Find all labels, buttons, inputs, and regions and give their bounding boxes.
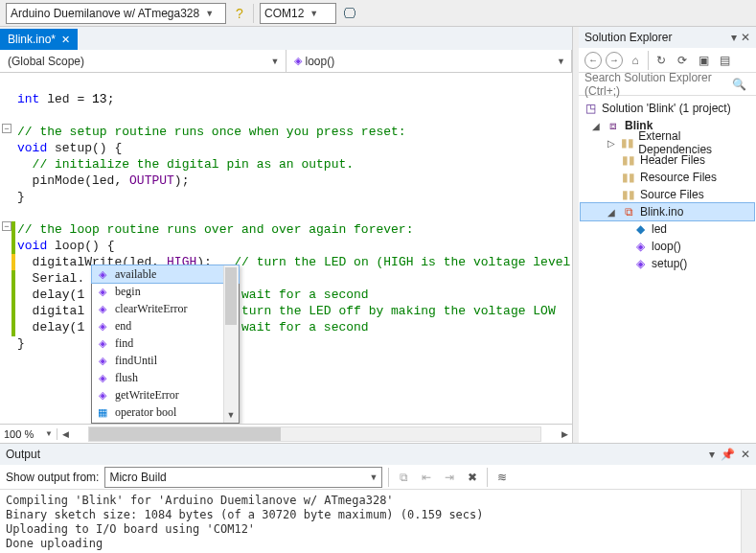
output-line: Compiling 'Blink' for 'Arduino Duemilano… xyxy=(6,494,394,507)
editor-status-bar: 100 % ▼ ◀ ▶ xyxy=(0,424,572,443)
code-token: ; xyxy=(107,92,115,106)
close-icon[interactable]: ✕ xyxy=(741,448,750,461)
ino-file-icon: ⧉ xyxy=(621,205,636,219)
intellisense-item[interactable]: ◈clearWriteError xyxy=(92,300,239,317)
close-icon[interactable]: ✕ xyxy=(61,34,70,46)
output-from-label: Show output from: xyxy=(6,471,99,484)
method-icon: ◈ xyxy=(96,372,109,384)
zoom-combo[interactable]: 100 % ▼ xyxy=(0,428,57,440)
intellisense-item[interactable]: ◈find xyxy=(92,334,239,352)
intellisense-label: end xyxy=(115,319,131,334)
expand-toggle[interactable]: ◢ xyxy=(590,121,602,131)
help-icon[interactable]: ? xyxy=(232,6,247,21)
intellisense-item[interactable]: ◈end xyxy=(92,317,239,334)
back-button[interactable]: ← xyxy=(584,52,602,69)
code-comment: // the setup routine runs once when you … xyxy=(17,125,406,139)
expand-toggle[interactable]: ◢ xyxy=(606,207,617,218)
forward-button[interactable]: → xyxy=(606,52,623,69)
method-icon: ◈ xyxy=(96,286,109,298)
tree-label: Blink.ino xyxy=(640,205,683,219)
code-token: delay(1 xyxy=(17,288,84,302)
intellisense-item[interactable]: ◈begin xyxy=(92,283,239,300)
folder-node[interactable]: ▷ ▮▮ External Dependencies xyxy=(581,134,754,151)
method-icon: ◈ xyxy=(632,240,648,253)
goto-previous-icon[interactable]: ⇤ xyxy=(418,469,435,486)
scroll-thumb[interactable] xyxy=(225,267,237,325)
intellisense-popup[interactable]: ◈available ◈begin ◈clearWriteError ◈end … xyxy=(91,265,240,424)
scope-combo-left[interactable]: (Global Scope) ▼ xyxy=(0,50,286,72)
intellisense-item[interactable]: ◈findUntil xyxy=(92,352,239,369)
horizontal-scrollbar[interactable] xyxy=(88,426,541,442)
tree-label: Source Files xyxy=(640,188,704,201)
code-comment: turn the LED off by making the voltage L… xyxy=(241,304,556,318)
folder-icon: ▮▮ xyxy=(621,188,636,201)
scope-combo-right[interactable]: ◈ loop() ▼ xyxy=(286,50,573,72)
tree-label: led xyxy=(652,222,667,236)
code-token: ); xyxy=(174,173,190,188)
folder-node[interactable]: ▮▮ Resource Files xyxy=(581,169,754,186)
dropdown-icon[interactable]: ▾ xyxy=(709,448,715,461)
intellisense-label: flush xyxy=(115,371,138,385)
intellisense-item[interactable]: ◈flush xyxy=(92,369,239,386)
expand-toggle[interactable]: ▷ xyxy=(606,138,616,149)
code-token: digital xyxy=(17,304,84,318)
find-in-output-icon[interactable]: ⧉ xyxy=(395,469,412,486)
scroll-thumb[interactable] xyxy=(89,427,281,441)
output-line: Binary sketch size: 1084 bytes (of a 307… xyxy=(6,508,484,521)
clear-all-icon[interactable]: ✖ xyxy=(464,469,481,486)
board-selector[interactable]: Arduino Duemilanove w/ ATmega328 ▼ xyxy=(6,3,226,24)
chevron-down-icon: ▼ xyxy=(309,9,318,18)
member-node[interactable]: ◈ setup() xyxy=(581,255,754,272)
goto-next-icon[interactable]: ⇥ xyxy=(441,469,458,486)
intellisense-item[interactable]: ◈available xyxy=(92,265,239,283)
serial-monitor-icon[interactable]: 🖵 xyxy=(342,6,357,21)
intellisense-item[interactable]: ◈getWriteError xyxy=(92,386,239,403)
scope-left-value: (Global Scope) xyxy=(8,55,84,68)
method-icon: ◈ xyxy=(96,268,109,281)
intellisense-item[interactable]: ▦operator bool xyxy=(92,403,239,421)
code-token: led = xyxy=(39,92,92,106)
output-source-combo[interactable]: Micro Build ▼ xyxy=(104,467,382,488)
code-token: delay(1 xyxy=(17,320,84,334)
search-placeholder: Search Solution Explorer (Ctrl+;) xyxy=(584,71,750,98)
scroll-down-icon[interactable]: ▼ xyxy=(223,407,239,423)
intellisense-label: getWriteError xyxy=(115,388,179,403)
code-comment: // turn the LED on (HIGH is the voltage … xyxy=(234,255,572,269)
file-node-blink-ino[interactable]: ◢ ⧉ Blink.ino xyxy=(581,203,754,220)
tab-label: Blink.ino* xyxy=(8,33,56,46)
tree-label: External Dependencies xyxy=(638,129,750,156)
properties-icon[interactable]: ▤ xyxy=(716,52,733,69)
home-icon[interactable]: ⌂ xyxy=(627,52,644,69)
intellisense-scrollbar[interactable]: ▲ ▼ xyxy=(223,265,239,423)
toolbar-separator xyxy=(648,51,649,70)
sync-icon[interactable]: ↻ xyxy=(653,52,670,69)
solution-tree[interactable]: ◳ Solution 'Blink' (1 project) ◢ ⧈ Blink… xyxy=(579,96,756,443)
method-icon: ◈ xyxy=(96,303,109,315)
output-scrollbar[interactable] xyxy=(741,490,756,553)
solution-node[interactable]: ◳ Solution 'Blink' (1 project) xyxy=(581,100,754,117)
code-token: void xyxy=(17,239,47,253)
solution-explorer-title-bar: Solution Explorer ▾ ✕ xyxy=(579,27,756,48)
output-text[interactable]: Compiling 'Blink' for 'Arduino Duemilano… xyxy=(0,490,756,553)
code-token: Serial. xyxy=(17,271,84,286)
toggle-word-wrap-icon[interactable]: ≋ xyxy=(493,469,511,486)
scroll-left-icon[interactable]: ◀ xyxy=(57,429,73,439)
code-token: loop() { xyxy=(47,239,114,253)
dropdown-icon[interactable]: ▾ xyxy=(731,31,737,44)
collapse-icon[interactable]: ▣ xyxy=(695,52,712,69)
output-line: Done uploading xyxy=(6,537,103,550)
pin-icon[interactable]: 📌 xyxy=(721,448,735,461)
member-node[interactable]: ◆ led xyxy=(581,220,754,238)
code-editor[interactable]: − − int led = 13; // the setup routine r… xyxy=(0,73,572,424)
tab-blink-ino[interactable]: Blink.ino* ✕ xyxy=(0,29,78,50)
folder-node[interactable]: ▮▮ Source Files xyxy=(581,186,754,203)
close-icon[interactable]: ✕ xyxy=(741,31,750,44)
scroll-right-icon[interactable]: ▶ xyxy=(557,429,572,439)
solution-search[interactable]: Search Solution Explorer (Ctrl+;) 🔍 xyxy=(579,73,756,96)
port-selector[interactable]: COM12 ▼ xyxy=(260,3,336,24)
refresh-icon[interactable]: ⟳ xyxy=(674,52,691,69)
folder-icon: ▮▮ xyxy=(621,153,636,167)
chevron-down-icon: ▼ xyxy=(557,57,565,66)
field-icon: ◆ xyxy=(632,222,648,236)
member-node[interactable]: ◈ loop() xyxy=(581,238,754,255)
